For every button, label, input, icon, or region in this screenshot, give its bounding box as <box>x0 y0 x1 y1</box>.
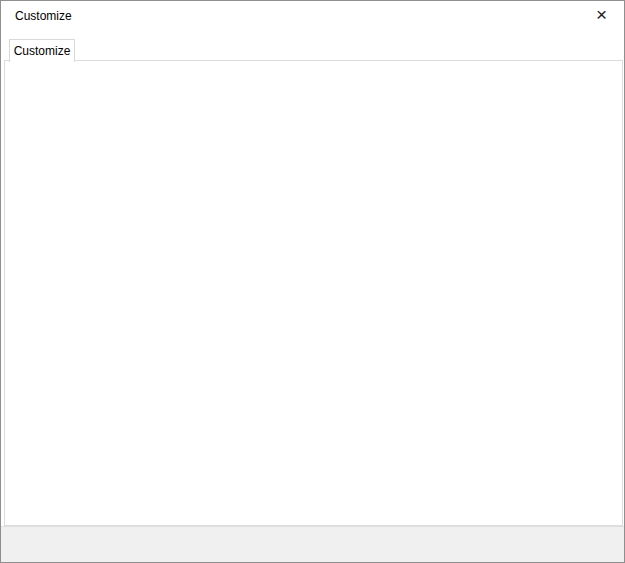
customize-dialog: Customize × Customize Choose commands fr… <box>0 0 625 563</box>
tab-customize[interactable]: Customize <box>9 39 75 62</box>
close-icon[interactable]: × <box>579 1 624 31</box>
dialog-title: Customize <box>15 9 72 23</box>
footer-bar: Tamam İptal <box>1 526 624 563</box>
tab-label: Customize <box>14 44 71 58</box>
title-bar: Customize × <box>1 1 624 31</box>
tab-page <box>4 60 623 526</box>
